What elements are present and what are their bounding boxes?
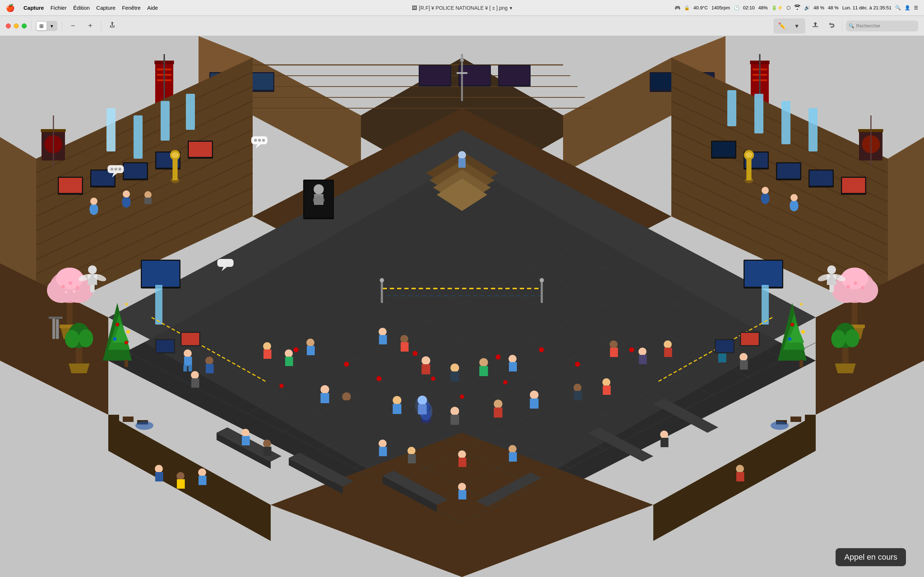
svg-point-419	[155, 465, 163, 473]
spotlight-search-icon[interactable]: 🔍	[895, 5, 901, 10]
svg-rect-424	[199, 475, 207, 485]
svg-rect-422	[177, 479, 185, 488]
svg-rect-288	[509, 362, 517, 371]
upload-button[interactable]	[809, 19, 822, 32]
svg-point-362	[503, 380, 507, 384]
svg-point-359	[279, 384, 284, 388]
svg-point-356	[539, 347, 544, 352]
svg-point-393	[88, 266, 97, 274]
svg-rect-290	[610, 348, 618, 357]
svg-rect-298	[740, 360, 748, 370]
svg-point-283	[451, 364, 459, 372]
pen-tool-button[interactable]: ✏️	[775, 19, 789, 32]
upload-icon	[811, 21, 819, 31]
toolbar-right: ✏️ ▾ 🔍	[774, 18, 918, 34]
svg-point-232	[65, 291, 68, 293]
menubar-center-title: 🖼 [R.F] ¥ POLICE NATIONALE ¥ [ ± ].png ▾	[412, 5, 512, 11]
svg-point-355	[496, 355, 501, 359]
svg-rect-428	[736, 472, 744, 482]
bluetooth-icon: ⬡	[787, 5, 790, 10]
svg-point-326	[831, 330, 846, 348]
menu-fenetre[interactable]: Fenêtre	[122, 5, 141, 11]
svg-rect-224	[67, 299, 73, 328]
svg-point-358	[629, 347, 634, 352]
svg-rect-268	[206, 364, 214, 373]
toolbar-separator-4	[842, 21, 842, 31]
minimize-button[interactable]	[14, 23, 19, 29]
svg-rect-221	[541, 281, 543, 303]
toolbar-separator	[31, 21, 31, 31]
svg-point-240	[841, 268, 868, 289]
svg-rect-82	[173, 159, 178, 180]
svg-rect-292	[639, 355, 647, 364]
menu-aide[interactable]: Aide	[147, 5, 158, 11]
svg-point-79	[144, 191, 152, 198]
maximize-button[interactable]	[22, 23, 27, 29]
svg-marker-328	[835, 364, 856, 373]
svg-rect-334	[762, 285, 769, 324]
svg-rect-406	[242, 436, 250, 445]
svg-rect-294	[664, 348, 672, 357]
menu-fichier[interactable]: Fichier	[50, 5, 67, 11]
menu-app-name[interactable]: Capture	[23, 5, 44, 11]
share-button[interactable]	[106, 19, 119, 32]
svg-rect-270	[191, 378, 199, 388]
svg-point-413	[458, 450, 466, 458]
single-view-button[interactable]: ⊞	[36, 22, 47, 30]
battery-percent-label: 48%	[758, 5, 768, 10]
svg-point-327	[845, 329, 859, 347]
svg-point-357	[575, 362, 580, 367]
svg-rect-318	[603, 385, 611, 395]
pen-tools: ✏️ ▾	[774, 18, 805, 34]
datetime-label: Lun. 11 déc. à 21:35:51	[842, 5, 892, 10]
svg-point-411	[407, 447, 415, 455]
close-button[interactable]	[6, 23, 11, 29]
svg-point-277	[379, 328, 386, 336]
traffic-lights	[6, 23, 27, 29]
svg-point-250	[115, 323, 119, 326]
notification-text: Appel en cours	[844, 553, 897, 561]
toolbar-separator-3	[101, 21, 102, 31]
svg-rect-383	[52, 318, 55, 339]
zoom-in-button[interactable]: +	[84, 19, 97, 32]
svg-point-279	[400, 335, 408, 343]
control-center-icon[interactable]: ☰	[914, 5, 918, 10]
apple-logo-icon[interactable]: 🍎	[6, 3, 15, 12]
menu-capture[interactable]: Capture	[96, 5, 115, 11]
zoom-out-button[interactable]: −	[66, 19, 79, 32]
svg-point-267	[205, 357, 213, 364]
undo-button[interactable]	[825, 19, 838, 32]
svg-rect-78	[123, 198, 130, 206]
svg-point-273	[285, 350, 293, 357]
dropdown-chevron-icon[interactable]: ▾	[510, 5, 512, 11]
svg-point-299	[320, 385, 329, 394]
window-title-label: [R.F] ¥ POLICE NATIONALE ¥ [ ± ].png	[419, 5, 508, 11]
main-content-area: ★ ★	[0, 36, 924, 577]
cpu-rpm-label: 1405rpm	[711, 5, 730, 10]
svg-point-322	[79, 329, 93, 347]
svg-point-353	[376, 376, 381, 381]
svg-text:★: ★	[799, 301, 804, 307]
svg-rect-117	[790, 202, 798, 210]
svg-point-351	[294, 347, 299, 352]
pen-options-button[interactable]: ▾	[790, 19, 803, 32]
svg-point-260	[801, 330, 805, 334]
toolbar-separator-2	[62, 21, 62, 31]
svg-rect-106	[712, 142, 735, 157]
svg-rect-264	[184, 357, 192, 366]
multi-view-button[interactable]: ▾	[47, 22, 57, 30]
search-magnifier-icon: 🔍	[849, 23, 855, 29]
svg-point-321	[65, 330, 79, 348]
svg-point-118	[761, 193, 769, 204]
svg-point-241	[846, 285, 850, 288]
svg-rect-300	[320, 393, 329, 403]
menubar-right: 🎮 🔒 40.9°C 1405rpm 🕐 02:10 48% 🔋⚡ ⬡ 🔊 48…	[675, 5, 918, 11]
svg-rect-276	[307, 346, 315, 355]
svg-point-366	[115, 168, 117, 171]
svg-point-230	[69, 281, 72, 285]
gamepad-icon: 🎮	[675, 5, 680, 10]
svg-point-275	[307, 338, 314, 347]
menu-edition[interactable]: Édition	[73, 5, 90, 11]
svg-point-271	[263, 342, 271, 350]
search-input[interactable]	[846, 21, 918, 31]
